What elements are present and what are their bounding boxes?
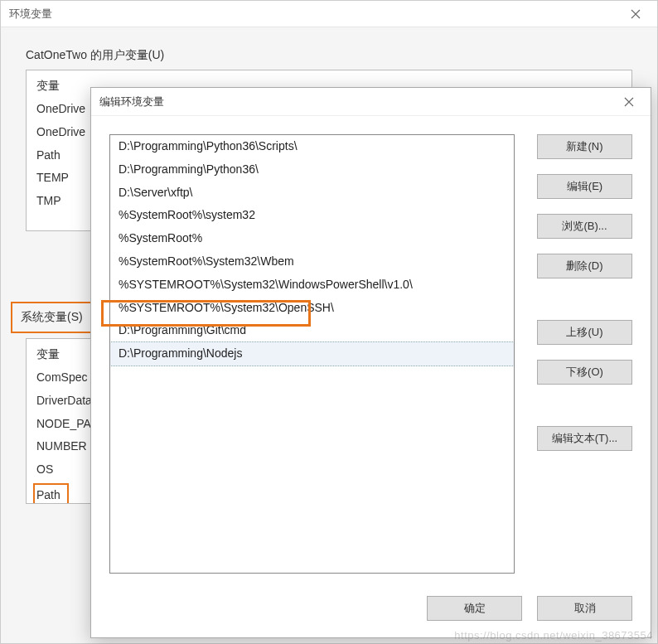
user-vars-label: CatOneTwo 的用户变量(U) xyxy=(1,27,657,70)
edit-text-button[interactable]: 编辑文本(T)... xyxy=(537,426,632,451)
edit-env-var-dialog: 编辑环境变量 D:\Programming\Python36\Scripts\ … xyxy=(90,87,651,638)
cancel-button[interactable]: 取消 xyxy=(537,596,632,621)
edit-body: D:\Programming\Python36\Scripts\ D:\Prog… xyxy=(91,116,651,637)
main-title: 环境变量 xyxy=(9,7,622,22)
delete-button[interactable]: 删除(D) xyxy=(537,254,632,278)
list-item[interactable]: D:\Programming\Python36\Scripts\ xyxy=(110,135,514,158)
new-button[interactable]: 新建(N) xyxy=(537,134,632,159)
list-item[interactable]: %SystemRoot%\system32 xyxy=(110,204,514,227)
edit-close-button[interactable] xyxy=(616,90,642,114)
list-item[interactable]: %SystemRoot%\System32\Wbem xyxy=(110,250,514,274)
path-var-highlight: Path xyxy=(33,483,69,504)
footer-buttons: 确定 取消 xyxy=(427,596,632,621)
list-item[interactable]: D:\Programming\Python36\ xyxy=(110,158,514,182)
edit-title: 编辑环境变量 xyxy=(99,94,616,109)
list-item[interactable]: D:\Server\xftp\ xyxy=(110,182,514,205)
path-listbox[interactable]: D:\Programming\Python36\Scripts\ D:\Prog… xyxy=(109,134,515,574)
edit-titlebar[interactable]: 编辑环境变量 xyxy=(91,88,651,116)
edit-button[interactable]: 编辑(E) xyxy=(537,174,632,199)
list-item[interactable]: %SYSTEMROOT%\System32\OpenSSH\ xyxy=(110,297,514,320)
close-button[interactable] xyxy=(622,2,649,26)
list-item[interactable]: %SYSTEMROOT%\System32\WindowsPowerShell\… xyxy=(110,274,514,297)
browse-button[interactable]: 浏览(B)... xyxy=(537,214,632,239)
move-up-button[interactable]: 上移(U) xyxy=(537,320,632,345)
system-vars-label: 系统变量(S) xyxy=(11,302,93,333)
close-icon xyxy=(631,9,641,19)
button-column: 新建(N) 编辑(E) 浏览(B)... 删除(D) 上移(U) 下移(O) 编… xyxy=(537,134,632,451)
ok-button[interactable]: 确定 xyxy=(427,596,522,621)
main-titlebar[interactable]: 环境变量 xyxy=(1,1,657,27)
close-icon xyxy=(624,97,634,107)
list-item[interactable]: D:\Programming\Git\cmd xyxy=(110,319,514,342)
list-item[interactable]: %SystemRoot% xyxy=(110,227,514,250)
move-down-button[interactable]: 下移(O) xyxy=(537,360,632,385)
list-item[interactable]: D:\Programming\Nodejs xyxy=(109,341,515,366)
